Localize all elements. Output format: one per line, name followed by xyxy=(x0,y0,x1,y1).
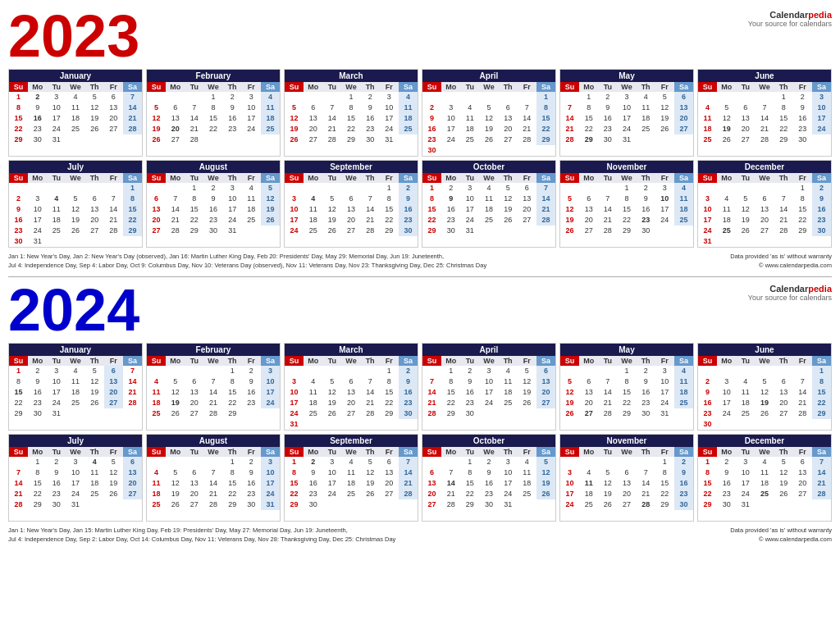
year-2024-section: 2024 Calendarpedia Your source for calen… xyxy=(8,280,832,544)
month-title-may-2024: May xyxy=(560,344,693,356)
month-dec-2024: December Su Mo Tu We Th Fr Sa 1 2 3 4 5 … xyxy=(697,434,832,522)
month-aug-2024: August Su Mo Tu We Th Fr Sa 1 2 3 4 5 6 xyxy=(146,434,281,522)
dh-fr: Fr xyxy=(104,82,123,92)
month-title-feb-2023: February xyxy=(147,70,280,82)
brand-2024: Calendarpedia Your source for calendars xyxy=(748,280,832,302)
month-sep-2023: September Su Mo Tu We Th Fr Sa 1 2 3 4 xyxy=(284,160,418,248)
month-title-jan-2023: January xyxy=(9,70,142,82)
dh-sa: Sa xyxy=(123,82,142,92)
calendar-row-2-2024: July Su Mo Tu We Th Fr Sa 1 2 3 4 5 6 7 … xyxy=(8,434,832,522)
month-title-feb-2024: February xyxy=(147,344,280,356)
dh-mo: Mo xyxy=(28,82,47,92)
year-2024-title: 2024 xyxy=(8,280,139,340)
month-mar-2023: March Su Mo Tu We Th Fr Sa 1 2 3 4 5 6 7 xyxy=(284,69,418,157)
month-jun-2023: June Su Mo Tu We Th Fr Sa 1 2 3 4 5 6 xyxy=(697,69,832,157)
month-may-2023: May Su Mo Tu We Th Fr Sa 1 2 3 4 5 6 7 8… xyxy=(559,69,694,157)
brand-2023: Calendarpedia Your source for calendars xyxy=(748,7,832,28)
month-title-dec-2023: December xyxy=(698,161,831,173)
month-title-jun-2023: June xyxy=(698,70,831,82)
dh-tu: Tu xyxy=(47,82,66,92)
notes-2023: Jan 1: New Year's Day, Jan 2: New Year's… xyxy=(8,251,832,270)
month-title-jul-2023: July xyxy=(9,161,142,173)
month-sep-2024: September Su Mo Tu We Th Fr Sa 1 2 3 4 5… xyxy=(284,434,418,522)
month-jun-2024: June Su Mo Tu We Th Fr Sa 1 2 3 4 xyxy=(697,343,832,431)
month-title-nov-2023: November xyxy=(560,161,693,173)
month-title-oct-2023: October xyxy=(422,161,555,173)
month-may-2024: May Su Mo Tu We Th Fr Sa 1 2 3 4 5 6 7 xyxy=(559,343,694,431)
dh-su: Su xyxy=(9,82,28,92)
month-feb-2023: February Su Mo Tu We Th Fr Sa 1 2 3 4 5 … xyxy=(146,69,281,157)
month-nov-2023: November Su Mo Tu We Th Fr Sa 1 2 3 4 5 … xyxy=(559,160,694,248)
month-jul-2023: July Su Mo Tu We Th Fr Sa 1 2 3 4 xyxy=(8,160,143,248)
notes-2024-text: Jan 1: New Year's Day, Jan 15: Martin Lu… xyxy=(8,526,395,544)
month-title-may-2023: May xyxy=(560,70,693,82)
month-title-mar-2023: March xyxy=(285,70,418,82)
brand-tagline-2023: Your source for calendars xyxy=(748,20,832,28)
brand-name2-2024: pedia xyxy=(808,284,832,294)
month-jan-2023: January Su Mo Tu We Th Fr Sa 1 2 3 4 5 6… xyxy=(8,69,143,157)
year-2023-section: 2023 Calendarpedia Your source for calen… xyxy=(8,7,832,270)
footer-2024: Data provided 'as is' without warranty ©… xyxy=(730,526,832,544)
month-oct-2023: October Su Mo Tu We Th Fr Sa 1 2 3 4 5 6… xyxy=(422,160,556,248)
calendar-row-1-2024: January Su Mo Tu We Th Fr Sa 1 2 3 4 5 6… xyxy=(8,343,832,431)
month-jan-2024: January Su Mo Tu We Th Fr Sa 1 2 3 4 5 6… xyxy=(8,343,143,431)
calendar-row-2-2023: July Su Mo Tu We Th Fr Sa 1 2 3 4 xyxy=(8,160,832,248)
year-2023-header: 2023 Calendarpedia Your source for calen… xyxy=(8,7,832,66)
month-title-jun-2024: June xyxy=(698,344,831,356)
month-title-mar-2024: March xyxy=(285,344,418,356)
month-nov-2024: November Su Mo Tu We Th Fr Sa 1 2 3 4 xyxy=(559,434,694,522)
month-title-apr-2023: April xyxy=(422,70,555,82)
month-title-aug-2024: August xyxy=(147,435,280,447)
brand-tagline-2024: Your source for calendars xyxy=(748,294,832,302)
calendar-row-1-2023: January Su Mo Tu We Th Fr Sa 1 2 3 4 5 6… xyxy=(8,69,832,157)
month-dec-2023: December Su Mo Tu We Th Fr Sa 1 2 3 4 xyxy=(697,160,832,248)
month-title-sep-2024: September xyxy=(285,435,418,447)
month-title-jan-2024: January xyxy=(9,344,142,356)
month-title-dec-2024: December xyxy=(698,435,831,447)
month-title-apr-2024: April xyxy=(422,344,555,356)
notes-2023-text: Jan 1: New Year's Day, Jan 2: New Year's… xyxy=(8,253,486,270)
month-title-aug-2023: August xyxy=(147,161,280,173)
month-aug-2023: August Su Mo Tu We Th Fr Sa 1 2 3 4 5 6 … xyxy=(146,160,281,248)
month-title-sep-2023: September xyxy=(285,161,418,173)
brand-name2: pedia xyxy=(808,10,832,20)
dh-th: Th xyxy=(85,82,104,92)
month-title-oct-2024: October xyxy=(422,435,555,447)
month-apr-2023: April Su Mo Tu We Th Fr Sa 1 2 3 4 xyxy=(422,69,556,157)
month-feb-2024: February Su Mo Tu We Th Fr Sa 1 2 3 4 5 xyxy=(146,343,281,431)
year-2024-header: 2024 Calendarpedia Your source for calen… xyxy=(8,280,832,340)
year-2023-title: 2023 xyxy=(8,7,139,66)
notes-2024: Jan 1: New Year's Day, Jan 15: Martin Lu… xyxy=(8,525,832,544)
month-title-nov-2024: November xyxy=(560,435,693,447)
month-mar-2024: March Su Mo Tu We Th Fr Sa 1 2 3 4 5 xyxy=(284,343,418,431)
brand-name1-2024: Calendar xyxy=(769,284,808,294)
brand-name1: Calendar xyxy=(769,10,808,20)
month-jul-2024: July Su Mo Tu We Th Fr Sa 1 2 3 4 5 6 7 … xyxy=(8,434,143,522)
month-apr-2024: April Su Mo Tu We Th Fr Sa 1 2 3 4 5 6 7… xyxy=(422,343,556,431)
month-title-jul-2024: July xyxy=(9,435,142,447)
dh-we: We xyxy=(66,82,84,92)
footer-2023: Data provided 'as is' without warranty ©… xyxy=(730,253,832,270)
month-oct-2024: October Su Mo Tu We Th Fr Sa 1 2 3 4 5 6… xyxy=(422,434,556,522)
